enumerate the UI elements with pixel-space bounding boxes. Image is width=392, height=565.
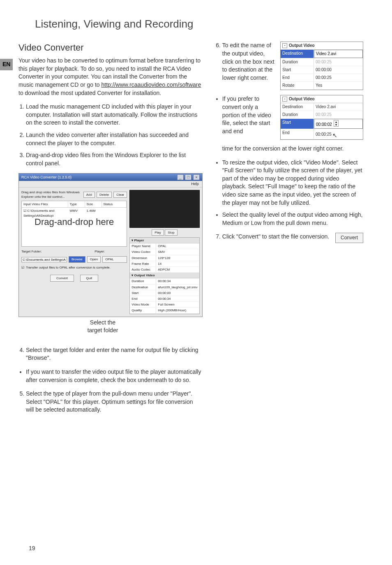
play-button[interactable]: Play bbox=[152, 229, 164, 236]
intro-tail: to download the most updated Converter f… bbox=[18, 90, 161, 96]
minimize-icon[interactable]: _ bbox=[177, 174, 184, 180]
right-bullet-1-tail: time for the conversion at the lower rig… bbox=[222, 145, 363, 153]
step-5: Select the type of player from the pull-… bbox=[26, 390, 203, 414]
row-type: WMV bbox=[68, 208, 85, 218]
target-folder-caption: Select the target folder bbox=[66, 319, 140, 335]
player-select[interactable]: OPAL bbox=[102, 256, 127, 262]
col-input: Input Video Files bbox=[22, 201, 68, 207]
clear-button[interactable]: Clear bbox=[113, 192, 127, 198]
maximize-icon[interactable]: □ bbox=[185, 174, 191, 180]
col-size: Size bbox=[85, 201, 102, 207]
sub-title: Video Converter bbox=[18, 42, 203, 54]
player-group: ▾ Player bbox=[130, 238, 199, 243]
mini1-destination-row[interactable]: DestinationVideo 2.avi bbox=[281, 50, 363, 58]
target-folder-label: Target Folder: bbox=[21, 249, 42, 254]
preview-area bbox=[129, 190, 200, 228]
step-1: Load the music management CD included wi… bbox=[26, 103, 203, 127]
transfer-checkbox-label: Transfer output files to OPAL after conv… bbox=[26, 265, 111, 270]
open-button[interactable]: Open bbox=[87, 256, 101, 262]
step-6: To edit the name of the output video, cl… bbox=[222, 42, 276, 82]
col-type: Type bbox=[68, 201, 85, 207]
output-video-table-1: -Output Video DestinationVideo 2.avi Dur… bbox=[280, 42, 363, 90]
col-status: Status bbox=[102, 201, 127, 207]
row-path: ☑ C:\Documents and Settings\All\Desktop\ bbox=[22, 208, 68, 218]
collapse-icon[interactable]: - bbox=[282, 97, 287, 102]
close-icon[interactable]: × bbox=[193, 174, 200, 180]
step-2: Launch the video converter after install… bbox=[26, 131, 203, 147]
mini2-start-row[interactable]: Start00:00:02▴▾ bbox=[281, 119, 363, 129]
collapse-icon[interactable]: - bbox=[282, 43, 287, 48]
cursor-icon: ↖ bbox=[332, 132, 337, 140]
delete-button[interactable]: Delete bbox=[97, 192, 112, 198]
right-bullet-1-head: If you prefer to convert only a portion … bbox=[222, 95, 276, 135]
file-list[interactable]: Input Video Files Type Size Status ☑ C:\… bbox=[21, 201, 127, 247]
row-size: 1.46M bbox=[85, 208, 102, 218]
quit-button[interactable]: Quit bbox=[80, 275, 99, 282]
spinner-icon[interactable]: ▴▾ bbox=[334, 120, 339, 127]
add-button[interactable]: Add bbox=[83, 192, 95, 198]
output-video-table-2: -Output Video DestinationVideo 2.avi Dur… bbox=[280, 95, 363, 140]
window-controls: _ □ × bbox=[177, 174, 200, 180]
transfer-checkbox[interactable]: ☑ bbox=[21, 265, 24, 270]
left-bullet-1: If you want to transfer the video output… bbox=[26, 368, 203, 384]
titlebar: RCA Video Converter (1.2.5.0) _ □ × bbox=[19, 174, 202, 181]
help-menu[interactable]: Help bbox=[19, 181, 202, 188]
window-title: RCA Video Converter (1.2.5.0) bbox=[21, 175, 71, 180]
info-table: ▾ Player Player NameOPAL Video CodecSMV … bbox=[129, 237, 200, 314]
step-3: Drag-and-drop video files from the Windo… bbox=[26, 151, 203, 167]
right-bullet-3: Select the quality level of the output v… bbox=[222, 211, 363, 227]
player-label: Player: bbox=[95, 249, 105, 254]
browse-button[interactable]: Browse bbox=[69, 256, 85, 262]
converter-window: RCA Video Converter (1.2.5.0) _ □ × Help… bbox=[18, 173, 203, 317]
convert-button-image[interactable]: Convert bbox=[335, 233, 363, 243]
output-group: ▾ Output Video bbox=[130, 273, 199, 278]
intro-paragraph: Your video has to be converted to optimu… bbox=[18, 57, 203, 97]
right-bullet-2: To resize the output video, click "Video… bbox=[222, 159, 363, 207]
drag-instruction: Drag and drop video files from Windows E… bbox=[21, 190, 82, 199]
convert-button[interactable]: Convert bbox=[50, 275, 74, 282]
language-tab: EN bbox=[0, 59, 13, 70]
step-4: Select the target folder and enter the n… bbox=[26, 346, 203, 362]
stop-button[interactable]: Stop bbox=[165, 229, 177, 236]
target-folder-input[interactable] bbox=[21, 257, 67, 262]
section-title: Listening, Viewing and Recording bbox=[35, 16, 363, 31]
software-link[interactable]: http://www.rcaaudiovideo.com/software bbox=[101, 81, 201, 88]
